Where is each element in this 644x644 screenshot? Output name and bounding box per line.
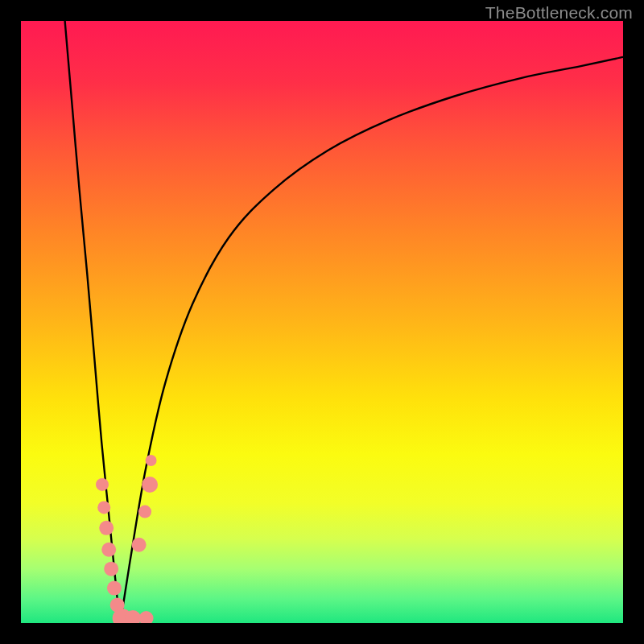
marker-dot [107,581,122,596]
marker-dot [97,501,110,514]
right-curve [120,57,623,623]
marker-group [96,455,158,623]
left-curve [65,21,121,623]
marker-dot [104,562,118,576]
marker-dot [139,611,154,623]
marker-dot [101,543,116,557]
marker-dot [138,506,151,518]
marker-dot [96,478,109,491]
watermark-text: TheBottleneck.com [485,3,633,23]
curves-layer [21,21,623,623]
marker-dot [132,538,147,552]
chart-frame: TheBottleneck.com [0,0,644,644]
plot-area [21,21,623,623]
marker-dot [142,477,158,493]
marker-dot [146,455,157,466]
marker-dot [99,521,114,535]
